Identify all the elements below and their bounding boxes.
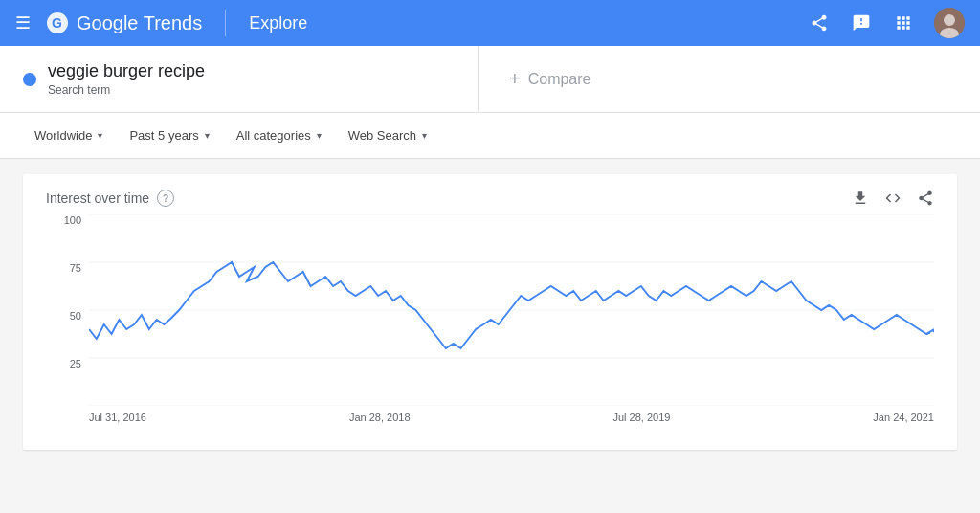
card-title-row: Interest over time ? bbox=[46, 190, 174, 207]
download-icon[interactable] bbox=[852, 190, 869, 207]
card-share-icon[interactable] bbox=[917, 190, 934, 207]
card-title: Interest over time bbox=[46, 190, 149, 206]
google-icon: G bbox=[46, 11, 69, 34]
card-header: Interest over time ? bbox=[46, 190, 934, 207]
card-actions bbox=[852, 190, 934, 207]
category-filter-arrow: ▾ bbox=[317, 130, 322, 141]
search-bar: veggie burger recipe Search term + Compa… bbox=[0, 46, 980, 113]
x-label-2: Jan 28, 2018 bbox=[349, 412, 411, 423]
logo-text: Google Trends bbox=[77, 12, 202, 34]
avatar-image bbox=[934, 8, 965, 38]
main-content: Interest over time ? 100 75 50 bbox=[0, 159, 980, 513]
x-axis: Jul 31, 2016 Jan 28, 2018 Jul 28, 2019 J… bbox=[89, 406, 934, 435]
chart-area bbox=[89, 214, 934, 406]
location-filter-arrow: ▾ bbox=[98, 130, 102, 141]
search-term-box: veggie burger recipe Search term bbox=[0, 46, 479, 112]
app-header: ☰ G Google Trends Explore bbox=[0, 0, 980, 46]
trend-line-svg bbox=[89, 214, 934, 406]
category-filter[interactable]: All categories ▾ bbox=[225, 121, 333, 150]
feedback-icon[interactable] bbox=[850, 11, 873, 34]
location-filter[interactable]: Worldwide ▾ bbox=[23, 121, 114, 150]
apps-icon[interactable] bbox=[892, 11, 915, 34]
filters-bar: Worldwide ▾ Past 5 years ▾ All categorie… bbox=[0, 113, 980, 159]
search-dot bbox=[23, 73, 36, 86]
y-label-100: 100 bbox=[64, 214, 81, 226]
compare-box[interactable]: + Compare bbox=[479, 53, 980, 105]
y-label-75: 75 bbox=[70, 262, 81, 274]
search-type-filter-arrow: ▾ bbox=[422, 130, 427, 141]
category-filter-label: All categories bbox=[236, 128, 311, 143]
search-term-info: veggie burger recipe Search term bbox=[48, 61, 205, 97]
time-filter-label: Past 5 years bbox=[129, 128, 198, 143]
search-term-text[interactable]: veggie burger recipe bbox=[48, 61, 205, 81]
menu-icon[interactable]: ☰ bbox=[15, 12, 31, 33]
explore-label: Explore bbox=[249, 13, 307, 33]
y-label-25: 25 bbox=[70, 358, 81, 369]
search-type-filter[interactable]: Web Search ▾ bbox=[337, 121, 438, 150]
help-icon[interactable]: ? bbox=[157, 190, 174, 207]
search-term-label: Search term bbox=[48, 83, 205, 97]
time-filter[interactable]: Past 5 years ▾ bbox=[118, 121, 220, 150]
y-label-50: 50 bbox=[70, 310, 81, 322]
x-label-3: Jul 28, 2019 bbox=[612, 412, 670, 423]
y-axis: 100 75 50 25 bbox=[46, 214, 89, 406]
interest-over-time-card: Interest over time ? 100 75 50 bbox=[23, 174, 957, 450]
embed-icon[interactable] bbox=[884, 190, 902, 207]
avatar[interactable] bbox=[934, 8, 965, 38]
x-label-1: Jul 31, 2016 bbox=[89, 412, 146, 423]
header-icons bbox=[808, 8, 965, 38]
logo[interactable]: G Google Trends bbox=[46, 11, 202, 34]
header-divider bbox=[225, 10, 226, 36]
share-icon[interactable] bbox=[808, 11, 831, 34]
svg-text:G: G bbox=[52, 15, 62, 31]
svg-point-3 bbox=[944, 14, 955, 26]
compare-label: Compare bbox=[528, 71, 591, 88]
location-filter-label: Worldwide bbox=[34, 128, 92, 143]
x-label-4: Jan 24, 2021 bbox=[873, 412, 934, 423]
compare-plus-icon: + bbox=[509, 68, 521, 90]
time-filter-arrow: ▾ bbox=[205, 130, 210, 141]
chart-container: 100 75 50 25 bbox=[46, 214, 934, 435]
search-type-filter-label: Web Search bbox=[348, 128, 416, 143]
